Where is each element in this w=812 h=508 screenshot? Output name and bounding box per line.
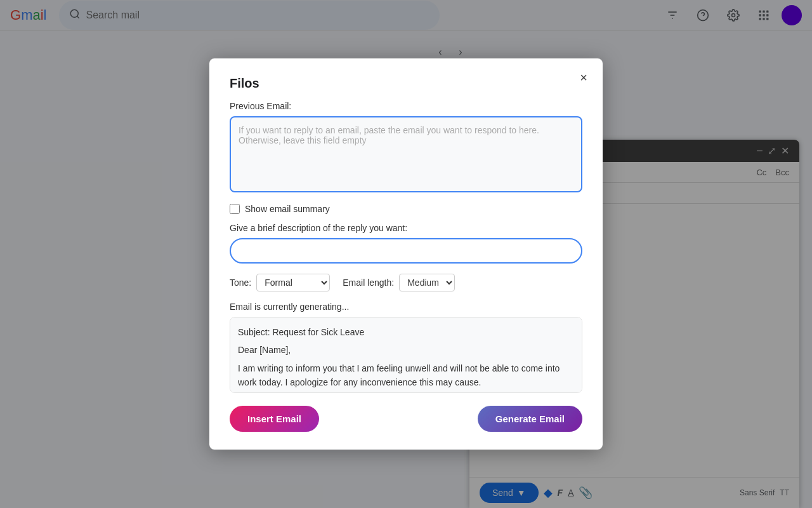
modal-close-button[interactable]: × — [575, 69, 593, 86]
generate-email-button[interactable]: Generate Email — [478, 406, 582, 432]
show-summary-label[interactable]: Show email summary — [245, 204, 330, 214]
modal-footer: Insert Email Generate Email — [230, 406, 582, 432]
previous-email-textarea[interactable] — [230, 116, 582, 192]
tone-select[interactable]: Formal Informal Friendly Professional — [256, 274, 330, 291]
tone-length-row: Tone: Formal Informal Friendly Professio… — [230, 274, 582, 291]
generated-email-box: Subject: Request for Sick Leave Dear [Na… — [230, 317, 582, 393]
description-input[interactable]: write an email telling my boss that I am… — [230, 238, 582, 264]
modal-title: Filos — [230, 76, 582, 91]
description-label: Give a brief description of the reply yo… — [230, 223, 582, 233]
tone-label: Tone: — [230, 277, 251, 288]
tone-item: Tone: Formal Informal Friendly Professio… — [230, 274, 330, 291]
length-label: Email length: — [343, 277, 394, 288]
length-item: Email length: Short Medium Long — [343, 274, 455, 291]
generating-text: Email is currently generating... — [230, 302, 582, 312]
show-summary-row: Show email summary — [230, 204, 582, 214]
generated-greeting: Dear [Name], — [238, 343, 574, 357]
filos-modal: × Filos Previous Email: Show email summa… — [209, 58, 603, 450]
generated-subject: Subject: Request for Sick Leave — [238, 325, 574, 339]
length-select[interactable]: Short Medium Long — [399, 274, 455, 291]
previous-email-label: Previous Email: — [230, 101, 582, 111]
generated-body: I am writing to inform you that I am fee… — [238, 361, 574, 390]
show-summary-checkbox[interactable] — [230, 204, 240, 214]
insert-email-button[interactable]: Insert Email — [230, 406, 319, 432]
